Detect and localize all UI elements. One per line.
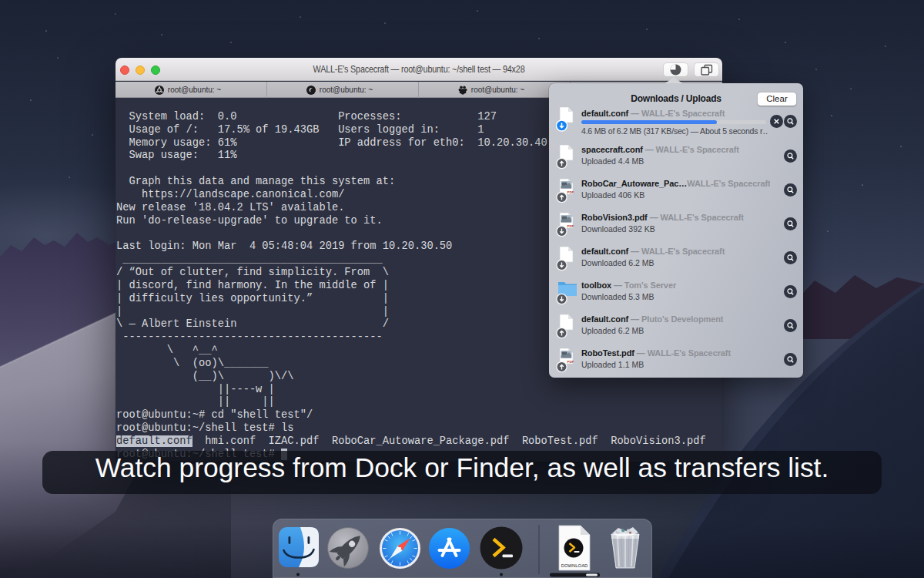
svg-text:DOWNLOAD: DOWNLOAD (561, 563, 588, 568)
